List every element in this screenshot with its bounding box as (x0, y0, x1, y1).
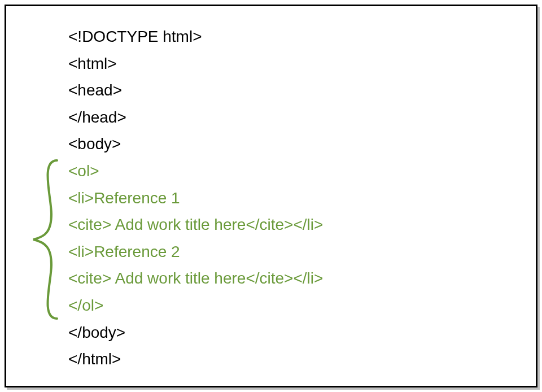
code-line-ol-open: <ol> (68, 158, 513, 185)
curly-brace-icon (29, 158, 63, 321)
code-line-li2: <li>Reference 2 (68, 238, 513, 265)
code-line-cite1: <cite> Add work title here</cite></li> (68, 211, 513, 238)
code-line-head-close: </head> (68, 104, 513, 131)
code-line-body-close: </body> (68, 319, 513, 346)
code-line-html-close: </html> (68, 346, 513, 373)
code-line-ol-close: </ol> (68, 292, 513, 319)
code-line-body-open: <body> (68, 130, 513, 158)
code-block: <!DOCTYPE html> <html> <head> </head> <b… (34, 23, 513, 373)
code-line-html-open: <html> (68, 50, 513, 77)
code-line-li1: <li>Reference 1 (68, 185, 513, 212)
code-frame: <!DOCTYPE html> <html> <head> </head> <b… (5, 5, 537, 387)
code-line-doctype: <!DOCTYPE html> (68, 23, 513, 50)
code-line-cite2: <cite> Add work title here</cite></li> (68, 265, 513, 292)
code-line-head-open: <head> (68, 77, 513, 104)
